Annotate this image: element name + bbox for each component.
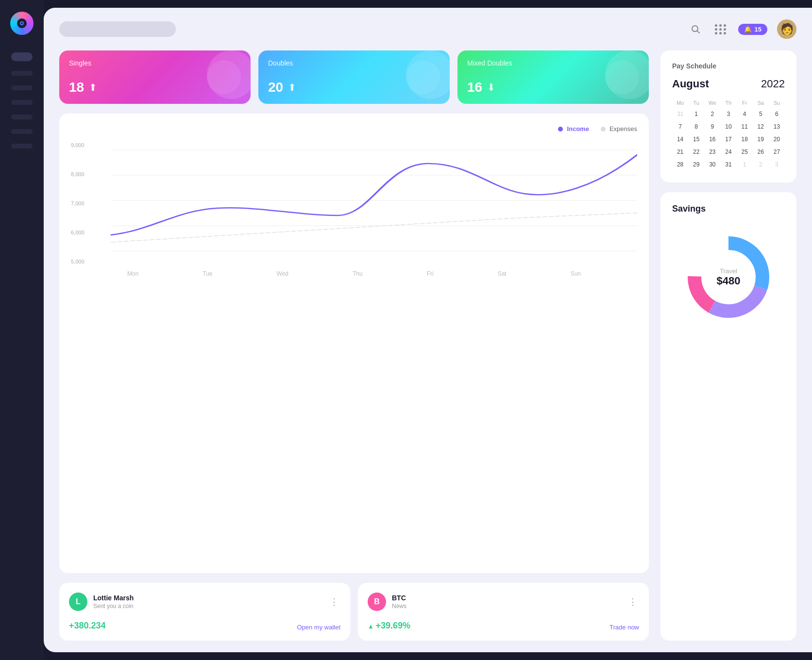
- cal-day[interactable]: 18: [737, 133, 753, 146]
- x-label-tue: Tue: [203, 270, 212, 277]
- cal-day[interactable]: 3: [720, 108, 736, 120]
- calendar-card: Pay Schedule August 2022 Mo Tu We Th Fr …: [660, 50, 796, 182]
- search-icon-button[interactable]: [688, 21, 703, 37]
- cal-header-we: We: [704, 98, 720, 108]
- btc-transaction-card: B BTC News ⋮ ▲ +39.69% T: [358, 583, 649, 641]
- donut-value: $480: [717, 275, 741, 287]
- chart-area: 9,000 8,000 7,000 6,000 5,000: [71, 140, 637, 266]
- x-axis: Mon Tue Wed Thu Fri Sat Sun: [71, 266, 637, 277]
- user-avatar[interactable]: 🧑: [777, 19, 796, 39]
- cal-day[interactable]: 12: [753, 120, 769, 133]
- x-label-sun: Sun: [571, 270, 581, 277]
- sidebar-item-3[interactable]: [11, 85, 33, 90]
- singles-value: 18: [69, 80, 84, 95]
- cal-day[interactable]: 17: [720, 133, 736, 146]
- bottom-cards: L Lottie Marsh Sent you a coin ⋮ +380.23…: [59, 583, 649, 641]
- sidebar-item-2[interactable]: [11, 71, 33, 76]
- sidebar-item-6[interactable]: [11, 129, 33, 134]
- notif-icon: 🔔: [744, 26, 752, 33]
- sidebar-item-4[interactable]: [11, 100, 33, 105]
- btc-more-button[interactable]: ⋮: [626, 596, 639, 607]
- singles-arrow: ⬆: [89, 82, 97, 93]
- cal-day[interactable]: 2: [753, 158, 769, 171]
- cal-day[interactable]: 31: [720, 158, 736, 171]
- cal-day[interactable]: 4: [737, 108, 753, 120]
- singles-label: Singles: [69, 59, 241, 67]
- cal-day[interactable]: 14: [672, 133, 688, 146]
- cal-day[interactable]: 6: [769, 108, 785, 120]
- sidebar-item-5[interactable]: [11, 115, 33, 119]
- cal-day[interactable]: 11: [737, 120, 753, 133]
- cal-day[interactable]: 27: [769, 146, 785, 158]
- donut-center: Travel $480: [717, 267, 741, 287]
- cal-day[interactable]: 20: [769, 133, 785, 146]
- cal-day[interactable]: 3: [769, 158, 785, 171]
- x-label-mon: Mon: [127, 270, 138, 277]
- cal-header-tu: Tu: [688, 98, 704, 108]
- cal-day[interactable]: 23: [704, 146, 720, 158]
- topbar: 🔔 15 🧑: [44, 8, 812, 50]
- svg-point-0: [692, 26, 698, 32]
- cal-day[interactable]: 2: [704, 108, 720, 120]
- notif-count: 15: [755, 26, 761, 33]
- calendar-month: August: [672, 78, 709, 90]
- cal-day[interactable]: 19: [753, 133, 769, 146]
- cal-day[interactable]: 16: [704, 133, 720, 146]
- cal-day[interactable]: 10: [720, 120, 736, 133]
- topbar-right: 🔔 15 🧑: [688, 19, 796, 39]
- cal-day[interactable]: 1: [688, 108, 704, 120]
- cal-day[interactable]: 28: [672, 158, 688, 171]
- y-label-7000: 7,000: [71, 200, 93, 206]
- cal-day[interactable]: 26: [753, 146, 769, 158]
- cal-day[interactable]: 31: [672, 108, 688, 120]
- cal-header-su: Su: [769, 98, 785, 108]
- doubles-label: Doubles: [268, 59, 440, 67]
- lottie-avatar: L: [69, 593, 87, 611]
- cal-day[interactable]: 24: [720, 146, 736, 158]
- cal-day[interactable]: 29: [688, 158, 704, 171]
- content: Singles 18 ⬆ Doubles 20 ⬆: [44, 50, 812, 652]
- calendar-grid: Mo Tu We Th Fr Sa Su 31 1: [672, 98, 785, 171]
- cal-day[interactable]: 21: [672, 146, 688, 158]
- mixed-doubles-arrow: ⬇: [487, 82, 495, 93]
- cal-day[interactable]: 13: [769, 120, 785, 133]
- left-panel: Singles 18 ⬆ Doubles 20 ⬆: [59, 50, 649, 641]
- y-label-8000: 8,000: [71, 171, 93, 177]
- calendar-year: 2022: [761, 78, 785, 90]
- grid-icon-button[interactable]: [713, 21, 728, 37]
- app-logo[interactable]: [10, 12, 34, 35]
- cal-day[interactable]: 30: [704, 158, 720, 171]
- lottie-desc: Sent you a coin: [93, 603, 134, 610]
- x-label-thu: Thu: [353, 270, 363, 277]
- main-area: 🔔 15 🧑 Singles 18 ⬆: [44, 8, 812, 652]
- mixed-doubles-card: Mixed Doubles 16 ⬇: [457, 50, 649, 104]
- cal-day[interactable]: 5: [753, 108, 769, 120]
- sidebar: [0, 0, 44, 660]
- savings-card: Savings Travel: [660, 192, 796, 641]
- cal-day[interactable]: 1: [737, 158, 753, 171]
- legend-income: Income: [558, 125, 589, 132]
- cal-day[interactable]: 25: [737, 146, 753, 158]
- doubles-value: 20: [268, 80, 283, 95]
- right-panel: Pay Schedule August 2022 Mo Tu We Th Fr …: [660, 50, 796, 641]
- singles-card: Singles 18 ⬆: [59, 50, 251, 104]
- cal-day[interactable]: 7: [672, 120, 688, 133]
- svg-line-1: [697, 31, 699, 33]
- cal-day[interactable]: 22: [688, 146, 704, 158]
- cal-day[interactable]: 9: [704, 120, 720, 133]
- legend-expenses-label: Expenses: [609, 125, 637, 132]
- cal-day[interactable]: 8: [688, 120, 704, 133]
- btc-trade-link[interactable]: Trade now: [609, 624, 639, 631]
- y-label-9000: 9,000: [71, 142, 93, 148]
- notification-badge[interactable]: 🔔 15: [738, 24, 767, 35]
- search-bar[interactable]: [59, 21, 176, 37]
- x-label-wed: Wed: [277, 270, 288, 277]
- sidebar-item-7[interactable]: [11, 144, 33, 148]
- sidebar-item-1[interactable]: [11, 52, 33, 61]
- lottie-wallet-link[interactable]: Open my wallet: [297, 624, 340, 631]
- cal-day[interactable]: 15: [688, 133, 704, 146]
- legend-income-label: Income: [567, 125, 589, 132]
- doubles-card: Doubles 20 ⬆: [258, 50, 450, 104]
- lottie-more-button[interactable]: ⋮: [328, 596, 340, 607]
- btc-amount: ▲ +39.69%: [368, 621, 410, 631]
